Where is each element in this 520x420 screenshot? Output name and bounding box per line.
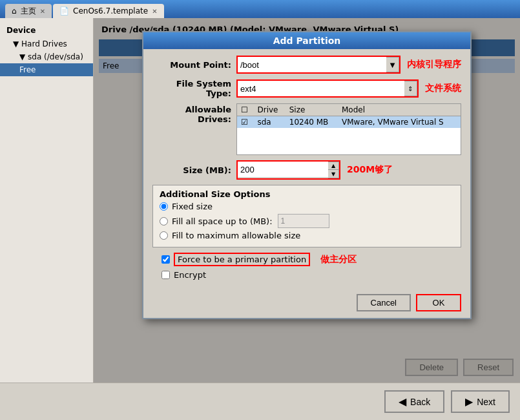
- filesystem-row: File System Type: ⇕ 文件系统: [152, 79, 461, 98]
- template-icon: 📄: [59, 6, 69, 16]
- ok-button[interactable]: OK: [416, 294, 461, 311]
- force-primary-checkbox[interactable]: [161, 255, 170, 264]
- title-bar: ⌂ 主页 ✕ 📄 CenOs6.7.template ✕: [0, 0, 520, 18]
- fill-up-to-row: Fill all space up to (MB):: [160, 214, 454, 228]
- tab-template-close[interactable]: ✕: [152, 8, 157, 15]
- modal-overlay: Add Partition Mount Point: ▼ 内核引导程序: [94, 18, 520, 383]
- modal-buttons: Cancel OK: [143, 290, 470, 318]
- content-area: Drive /dev/sda (10240 MB) (Model: VMware…: [94, 18, 520, 383]
- tab-template[interactable]: 📄 CenOs6.7.template ✕: [53, 4, 164, 18]
- sidebar-item-free[interactable]: Free: [0, 63, 93, 76]
- filesystem-input[interactable]: [238, 81, 417, 96]
- sidebar-item-sda[interactable]: ▼ sda (/dev/sda): [0, 50, 93, 63]
- allowable-drives-row: Allowable Drives: ☐ Drive Size Model: [152, 103, 461, 155]
- encrypt-checkbox[interactable]: [161, 271, 170, 279]
- fill-max-label: Fill to maximum allowable size: [172, 231, 300, 240]
- modal-title: Add Partition: [143, 32, 470, 49]
- encrypt-label: Encrypt: [174, 270, 206, 280]
- allowable-drives-label: Allowable Drives:: [152, 103, 236, 155]
- fixed-size-radio[interactable]: [160, 202, 168, 211]
- size-annotation: 200M够了: [347, 164, 393, 176]
- home-icon: ⌂: [12, 6, 17, 16]
- size-control: ▲ ▼ 200M够了: [236, 160, 461, 180]
- size-label: Size (MB):: [152, 165, 236, 175]
- sidebar: Device ▼ Hard Drives ▼ sda (/dev/sda) Fr…: [0, 18, 94, 383]
- size-input[interactable]: [238, 162, 328, 177]
- force-primary-label: Force to be a primary partition: [178, 255, 306, 264]
- fill-up-to-radio[interactable]: [160, 217, 168, 226]
- drive-model: VMware, VMware Virtual S: [338, 116, 461, 129]
- fixed-size-label: Fixed size: [172, 202, 213, 211]
- add-partition-dialog: Add Partition Mount Point: ▼ 内核引导程序: [142, 31, 472, 319]
- mount-point-control: ▼ 内核引导程序: [236, 56, 461, 74]
- tab-home[interactable]: ⌂ 主页 ✕: [5, 4, 52, 18]
- drive-check[interactable]: ☑: [237, 116, 253, 129]
- size-down[interactable]: ▼: [328, 170, 338, 178]
- size-spinners: ▲ ▼: [328, 162, 339, 178]
- col-drive: Drive: [253, 104, 285, 116]
- hard-drives-label: Hard Drives: [21, 39, 67, 48]
- tab-home-close[interactable]: ✕: [40, 8, 45, 15]
- fill-up-to-label: Fill all space up to (MB):: [172, 216, 273, 226]
- mount-point-input[interactable]: [238, 57, 399, 72]
- force-primary-annotation: 做主分区: [320, 254, 357, 266]
- fill-up-to-input[interactable]: [278, 214, 329, 228]
- sidebar-header: Device: [0, 23, 93, 37]
- allowable-drives-table-wrapper: ☐ Drive Size Model ☑ sda: [236, 103, 461, 155]
- drive-size: 10240 MB: [286, 116, 338, 129]
- back-label: Back: [410, 397, 430, 407]
- next-button[interactable]: ▶ Next: [451, 390, 510, 413]
- col-check: ☐: [237, 104, 253, 116]
- modal-body: Mount Point: ▼ 内核引导程序 File System Type:: [143, 49, 470, 290]
- sidebar-item-hard-drives[interactable]: ▼ Hard Drives: [0, 37, 93, 50]
- col-model: Model: [338, 104, 461, 116]
- fixed-size-row: Fixed size: [160, 202, 454, 211]
- filesystem-arrow[interactable]: ⇕: [404, 81, 417, 96]
- cancel-button[interactable]: Cancel: [357, 294, 411, 311]
- drive-name: sda: [253, 116, 285, 129]
- fill-max-row: Fill to maximum allowable size: [160, 231, 454, 240]
- filesystem-label: File System Type:: [152, 79, 236, 98]
- back-arrow-icon: ◀: [399, 395, 406, 408]
- next-label: Next: [477, 397, 495, 407]
- back-button[interactable]: ◀ Back: [384, 390, 444, 413]
- main-area: Device ▼ Hard Drives ▼ sda (/dev/sda) Fr…: [0, 18, 520, 383]
- drives-table: ☐ Drive Size Model ☑ sda: [237, 104, 461, 128]
- sda-label: sda (/dev/sda): [28, 52, 83, 61]
- tab-bar: ⌂ 主页 ✕ 📄 CenOs6.7.template ✕: [5, 0, 164, 18]
- mount-point-arrow[interactable]: ▼: [386, 57, 399, 72]
- size-up[interactable]: ▲: [328, 162, 338, 170]
- filesystem-control: ⇕ 文件系统: [236, 79, 461, 98]
- free-label: Free: [19, 65, 36, 74]
- filesystem-annotation: 文件系统: [425, 83, 461, 94]
- mount-point-label: Mount Point:: [152, 60, 236, 70]
- next-arrow-icon: ▶: [465, 395, 473, 408]
- bottom-toolbar: ◀ Back ▶ Next: [0, 383, 520, 420]
- fill-max-radio[interactable]: [160, 231, 168, 240]
- size-options-title: Additional Size Options: [160, 189, 454, 199]
- mount-point-row: Mount Point: ▼ 内核引导程序: [152, 56, 461, 74]
- col-size: Size: [286, 104, 338, 116]
- table-row: ☑ sda 10240 MB VMware, VMware Virtual S: [237, 116, 461, 129]
- force-primary-row: Force to be a primary partition 做主分区: [161, 253, 461, 266]
- tab-template-label: CenOs6.7.template: [73, 6, 148, 16]
- size-row: Size (MB): ▲ ▼ 200M够了: [152, 160, 461, 180]
- mount-point-annotation: 内核引导程序: [407, 59, 461, 70]
- size-options-box: Additional Size Options Fixed size Fill …: [152, 185, 461, 247]
- tab-home-label: 主页: [21, 6, 36, 17]
- encrypt-row: Encrypt: [161, 270, 461, 280]
